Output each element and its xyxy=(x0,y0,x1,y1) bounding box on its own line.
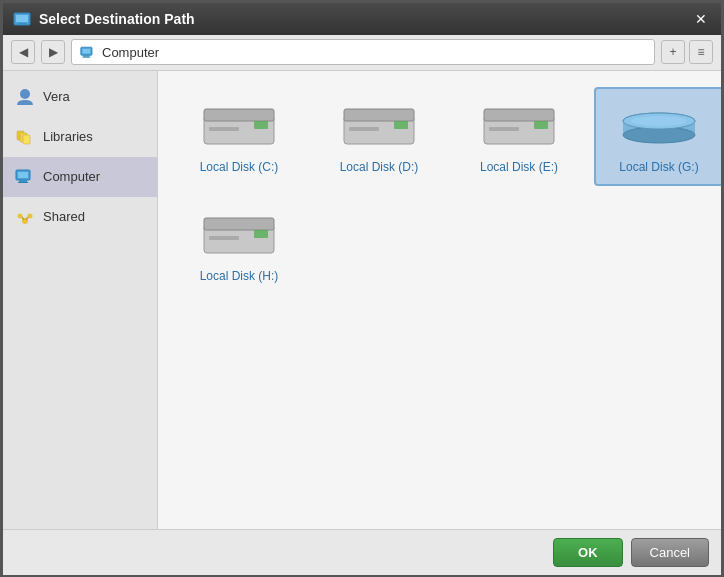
svg-rect-30 xyxy=(534,121,548,129)
svg-rect-6 xyxy=(82,57,90,58)
svg-point-36 xyxy=(631,116,687,126)
disk-item-c[interactable]: Local Disk (C:) xyxy=(174,87,304,186)
footer: OK Cancel xyxy=(3,529,721,575)
disk-item-e[interactable]: Local Disk (E:) xyxy=(454,87,584,186)
disk-label-d: Local Disk (D:) xyxy=(340,160,419,174)
disk-item-g[interactable]: Local Disk (G:) xyxy=(594,87,721,186)
svg-rect-22 xyxy=(254,121,268,129)
svg-rect-29 xyxy=(484,109,554,121)
user-icon xyxy=(15,87,35,107)
svg-rect-25 xyxy=(344,109,414,121)
title-bar: Select Destination Path ✕ xyxy=(3,3,721,35)
sidebar-item-libraries[interactable]: Libraries xyxy=(3,117,157,157)
toolbar-right: + ≡ xyxy=(661,40,713,64)
shared-icon xyxy=(15,207,35,227)
svg-rect-12 xyxy=(18,172,28,178)
svg-rect-27 xyxy=(349,127,379,131)
disk-item-d[interactable]: Local Disk (D:) xyxy=(314,87,444,186)
sidebar: Vera Libraries Computer xyxy=(3,71,158,529)
content-area: Local Disk (C:) Local Disk (D:) xyxy=(158,71,721,529)
svg-rect-1 xyxy=(16,15,28,22)
svg-rect-23 xyxy=(209,127,239,131)
dialog: Select Destination Path ✕ ◀ ▶ Computer +… xyxy=(2,2,722,576)
back-button[interactable]: ◀ xyxy=(11,40,35,64)
forward-button[interactable]: ▶ xyxy=(41,40,65,64)
view-toggle-button[interactable]: ≡ xyxy=(689,40,713,64)
svg-rect-38 xyxy=(204,218,274,230)
svg-rect-26 xyxy=(394,121,408,129)
disk-label-g: Local Disk (G:) xyxy=(619,160,698,174)
disk-item-h[interactable]: Local Disk (H:) xyxy=(174,196,304,295)
disk-icon-e xyxy=(479,99,559,154)
sidebar-item-vera[interactable]: Vera xyxy=(3,77,157,117)
sidebar-item-shared[interactable]: Shared xyxy=(3,197,157,237)
sidebar-label-libraries: Libraries xyxy=(43,129,93,144)
svg-line-18 xyxy=(22,217,24,220)
svg-rect-10 xyxy=(23,135,30,144)
svg-rect-21 xyxy=(204,109,274,121)
disk-label-h: Local Disk (H:) xyxy=(200,269,279,283)
dialog-title: Select Destination Path xyxy=(39,11,691,27)
svg-rect-31 xyxy=(489,127,519,131)
disk-label-e: Local Disk (E:) xyxy=(480,160,558,174)
breadcrumb[interactable]: Computer xyxy=(71,39,655,65)
breadcrumb-text: Computer xyxy=(102,45,159,60)
sidebar-label-shared: Shared xyxy=(43,209,85,224)
dialog-icon xyxy=(13,10,31,28)
toolbar: ◀ ▶ Computer + ≡ xyxy=(3,35,721,71)
disk-icon-g xyxy=(619,99,699,154)
sidebar-label-vera: Vera xyxy=(43,89,70,104)
sidebar-item-computer[interactable]: Computer xyxy=(3,157,157,197)
svg-rect-14 xyxy=(18,182,28,183)
cancel-button[interactable]: Cancel xyxy=(631,538,709,567)
svg-rect-2 xyxy=(18,23,26,25)
svg-rect-40 xyxy=(209,236,239,240)
main-area: Vera Libraries Computer xyxy=(3,71,721,529)
add-folder-button[interactable]: + xyxy=(661,40,685,64)
svg-rect-39 xyxy=(254,230,268,238)
disk-grid: Local Disk (C:) Local Disk (D:) xyxy=(174,87,705,295)
libraries-icon xyxy=(15,127,35,147)
svg-rect-13 xyxy=(19,180,27,182)
computer-breadcrumb-icon xyxy=(80,46,96,58)
ok-button[interactable]: OK xyxy=(553,538,623,567)
sidebar-label-computer: Computer xyxy=(43,169,100,184)
svg-point-7 xyxy=(20,89,30,99)
svg-rect-5 xyxy=(83,55,89,57)
svg-line-19 xyxy=(26,217,28,220)
disk-icon-h xyxy=(199,208,279,263)
disk-icon-c xyxy=(199,99,279,154)
computer-icon xyxy=(15,167,35,187)
disk-icon-d xyxy=(339,99,419,154)
svg-rect-4 xyxy=(82,49,90,54)
disk-label-c: Local Disk (C:) xyxy=(200,160,279,174)
close-button[interactable]: ✕ xyxy=(691,9,711,29)
